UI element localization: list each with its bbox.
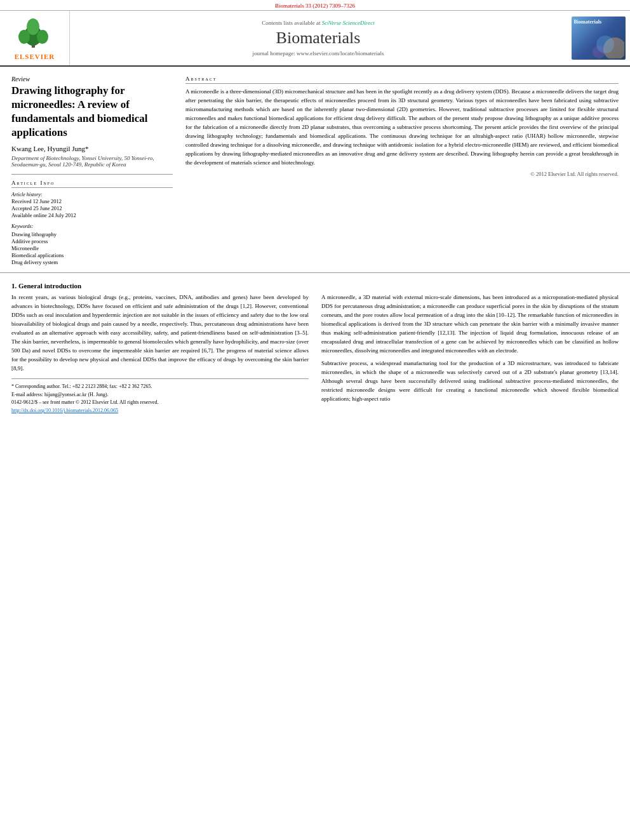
affiliation: Department of Biotechnology, Yonsei Univ… — [11, 155, 173, 168]
abstract-title: Abstract — [185, 76, 619, 84]
keyword-5: Drug delivery system — [11, 259, 173, 265]
divider-1 — [11, 174, 173, 175]
keywords-section: Keywords: Drawing lithography Additive p… — [11, 223, 173, 265]
history-block: Article history: Received 12 June 2012 A… — [11, 192, 173, 218]
keyword-2: Additive process — [11, 238, 173, 244]
right-column-abstract: Abstract A microneedle is a three-dimens… — [183, 76, 619, 266]
elsevier-tree-icon — [13, 18, 57, 50]
body-right-text1: A microneedle, a 3D material with extern… — [321, 293, 619, 356]
svg-point-4 — [27, 18, 39, 35]
footnote-corresponding: * Corresponding author. Tel.: +82 2 2123… — [11, 383, 309, 390]
section1-heading: 1. General introduction — [11, 282, 619, 290]
received-date: Received 12 June 2012 — [11, 198, 62, 204]
citation-text: Biomaterials 33 (2012) 7309–7326 — [275, 3, 355, 9]
main-body: 1. General introduction In recent years,… — [0, 272, 630, 420]
available-date: Available online 24 July 2012 — [11, 212, 76, 218]
journal-title: Biomaterials — [276, 29, 361, 48]
sciverse-line: Contents lists available at SciVerse Sci… — [262, 20, 374, 26]
keyword-3: Microneedle — [11, 245, 173, 251]
biomaterials-logo-decoration — [586, 27, 624, 58]
footnote-email: E-mail address: hijung@yonsei.ac.kr (H. … — [11, 391, 309, 398]
biomaterials-logo-box: Biomaterials — [566, 11, 630, 65]
svg-point-7 — [593, 46, 605, 58]
left-column: Review Drawing lithography for microneed… — [11, 76, 183, 266]
article-info-section: Article Info Article history: Received 1… — [11, 180, 173, 265]
keyword-1: Drawing lithography — [11, 231, 173, 237]
authors-text: Kwang Lee, Hyungil Jung* — [11, 145, 89, 152]
journal-center: Contents lists available at SciVerse Sci… — [70, 11, 566, 65]
body-right-col: A microneedle, a 3D material with extern… — [321, 293, 619, 413]
elsevier-logo: ELSEVIER — [0, 11, 70, 65]
svg-point-2 — [18, 30, 30, 44]
keywords-label: Keywords: — [11, 223, 173, 229]
body-right-text2: Subtractive process, a widespread manufa… — [321, 359, 619, 404]
article-title: Drawing lithography for microneedles: A … — [11, 84, 173, 140]
body-left-col: In recent years, as various biological d… — [11, 293, 309, 413]
biomaterials-logo-label: Biomaterials — [574, 19, 602, 25]
svg-point-3 — [37, 30, 48, 44]
article-top-area: Review Drawing lithography for microneed… — [0, 67, 630, 266]
doi-link[interactable]: http://dx.doi.org/10.1016/j.biomaterials… — [11, 408, 118, 413]
keyword-4: Biomedical applications — [11, 252, 173, 258]
issn-line: 0142-9612/$ – see front matter © 2012 El… — [11, 399, 309, 405]
article-type: Review — [11, 76, 173, 83]
journal-homepage: journal homepage: www.elsevier.com/locat… — [253, 50, 384, 57]
accepted-date: Accepted 25 June 2012 — [11, 205, 62, 211]
two-col-body: In recent years, as various biological d… — [11, 293, 619, 413]
article-info-title: Article Info — [11, 180, 173, 188]
body-left-text: In recent years, as various biological d… — [11, 293, 309, 373]
abstract-text: A microneedle is a three-dimensional (3D… — [185, 88, 619, 167]
authors: Kwang Lee, Hyungil Jung* — [11, 145, 173, 152]
footnote-area: * Corresponding author. Tel.: +82 2 2123… — [11, 378, 309, 413]
copyright-line: © 2012 Elsevier Ltd. All rights reserved… — [185, 171, 619, 177]
top-citation-bar: Biomaterials 33 (2012) 7309–7326 — [0, 0, 630, 11]
history-label: Article history: — [11, 192, 173, 197]
elsevier-label: ELSEVIER — [15, 53, 55, 60]
journal-header: ELSEVIER Contents lists available at Sci… — [0, 11, 630, 67]
